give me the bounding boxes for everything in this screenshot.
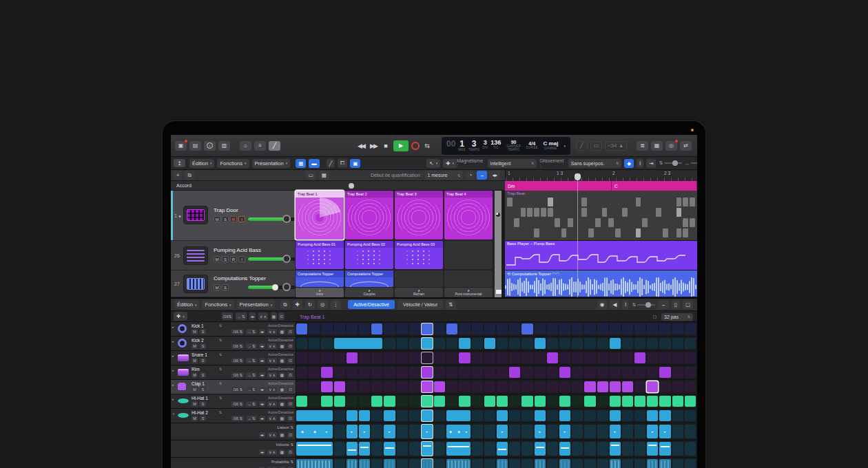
solo-button[interactable]: S — [200, 372, 206, 378]
lane-block[interactable]: ◆◆▸ — [446, 425, 470, 438]
solo-button[interactable]: S — [222, 256, 229, 262]
step-note[interactable] — [347, 352, 358, 363]
step-cell[interactable] — [672, 323, 683, 334]
step-cell[interactable] — [572, 442, 583, 456]
edit-button[interactable]: ⊡ — [287, 358, 293, 363]
quick-help-icon[interactable]: i — [204, 141, 216, 151]
solo-button[interactable]: S — [200, 358, 206, 363]
step-cell[interactable] — [472, 396, 483, 407]
rate-stepper[interactable]: /16 ⇅ — [231, 372, 244, 378]
row-header[interactable]: ▸Kick 2⇅Activé/DésactivéMS/16 ⇅→ ⇅◂▸∨ ∧▩… — [171, 337, 296, 350]
row-header[interactable]: ▸Rim⇅Activé/DésactivéMS/16 ⇅→ ⇅◂▸∨ ∧▩⊡ — [171, 365, 296, 379]
solo-button[interactable]: S — [200, 416, 206, 421]
step-note[interactable] — [647, 396, 658, 407]
step-note[interactable] — [446, 410, 470, 421]
step-cell[interactable] — [472, 338, 483, 349]
input-monitor-button[interactable]: I — [238, 216, 245, 222]
step-cell[interactable] — [409, 396, 420, 407]
step-cell[interactable] — [547, 323, 558, 334]
grid-cell-icon[interactable]: ▭ — [306, 171, 316, 180]
step-cell[interactable] — [334, 425, 345, 438]
step-note[interactable] — [535, 396, 546, 407]
pan-knob[interactable] — [282, 215, 291, 223]
step-cell[interactable] — [497, 338, 508, 349]
lane-header[interactable]: Vélocité ⇅◂▸∨ ∧▩⊡ — [171, 440, 296, 457]
step-cell[interactable] — [484, 459, 495, 468]
step-cell[interactable] — [572, 323, 583, 334]
lane-block[interactable]: ▸ — [497, 425, 508, 438]
step-cell[interactable] — [409, 323, 420, 334]
step-cell[interactable] — [659, 338, 670, 349]
step-note[interactable] — [584, 381, 595, 392]
loop-cell-trap-beat-2[interactable]: Trap Beat 2 — [345, 191, 393, 240]
menu-fonctions[interactable]: Fonctions▾ — [217, 159, 249, 168]
step-cell[interactable] — [446, 396, 457, 407]
step-note[interactable] — [321, 381, 332, 392]
step-note[interactable] — [634, 396, 645, 407]
mute-button[interactable]: M — [214, 256, 220, 262]
disclosure-icon[interactable]: ▸ — [179, 213, 181, 218]
step-cell[interactable] — [309, 338, 320, 349]
step-cell[interactable] — [309, 323, 320, 334]
step-note[interactable] — [484, 396, 495, 407]
edit-mode-button[interactable]: ⊡ — [278, 312, 285, 320]
step-cell[interactable] — [685, 410, 696, 421]
row-stepper-icon[interactable]: ⇅ — [219, 323, 222, 328]
pan-knob[interactable] — [282, 283, 291, 291]
step-cell[interactable] — [597, 352, 608, 363]
step-cell[interactable] — [547, 410, 558, 421]
expand-icon[interactable]: ▸ — [172, 368, 174, 372]
add-track-button[interactable]: + — [174, 171, 182, 180]
step-note[interactable] — [685, 396, 696, 407]
rate-stepper[interactable]: /16 ⇅ — [231, 358, 244, 363]
step-cell[interactable] — [296, 338, 307, 349]
step-cell[interactable] — [559, 352, 570, 363]
step-cell[interactable] — [409, 381, 420, 392]
lane-block[interactable] — [446, 459, 470, 468]
smart-controls-icon[interactable]: ≡ — [254, 141, 266, 151]
step-cell[interactable] — [371, 381, 382, 392]
step-note[interactable] — [422, 381, 433, 392]
rate-stepper[interactable]: /16 ⇅ — [231, 416, 244, 421]
step-cell[interactable] — [559, 381, 570, 392]
step-cell[interactable] — [384, 338, 395, 349]
collapse-icon[interactable]: ∨ — [172, 412, 175, 416]
step-cell[interactable] — [685, 459, 696, 468]
record-button[interactable] — [411, 142, 420, 150]
step-note[interactable] — [446, 323, 457, 334]
step-cell[interactable] — [597, 425, 608, 438]
seq-menu-edition[interactable]: Édition▾ — [174, 300, 199, 309]
step-cell[interactable] — [484, 352, 495, 363]
editors-icon[interactable]: ▥ — [218, 141, 230, 151]
marquee-icon[interactable]: ⧠ — [338, 159, 347, 168]
scene-couplet[interactable]: ∧Couplet — [345, 288, 393, 297]
step-cell[interactable] — [359, 381, 370, 392]
step-cell[interactable] — [359, 352, 370, 363]
step-cell[interactable] — [359, 323, 370, 334]
step-note[interactable] — [371, 323, 382, 334]
link-icon[interactable]: ↔ — [658, 300, 669, 309]
step-cell[interactable] — [547, 396, 558, 407]
step-note[interactable] — [647, 381, 658, 392]
step-note[interactable] — [422, 410, 433, 421]
step-cell[interactable] — [321, 338, 332, 349]
step-cell[interactable] — [547, 367, 558, 378]
rotate-stepper[interactable]: → ⇅ — [246, 416, 257, 421]
step-note[interactable] — [321, 367, 332, 378]
step-cell[interactable] — [572, 410, 583, 421]
scene-refrain[interactable]: ∧Refrain — [395, 288, 443, 297]
grid-button[interactable]: ▩ — [271, 312, 277, 320]
step-cell[interactable] — [672, 410, 683, 421]
step-cell[interactable] — [472, 367, 483, 378]
step-cell[interactable] — [634, 381, 645, 392]
step-cell[interactable] — [597, 323, 608, 334]
chord-region[interactable]: C — [612, 181, 697, 191]
grid-button[interactable]: ▩ — [279, 343, 285, 349]
row-header[interactable]: ∨Hi-Hat 2⇅Activé/DésactivéMS/16 ⇅→ ⇅◂▸∨ … — [171, 409, 296, 423]
loop-cell-trap-beat-1[interactable]: Trap Beat 1 — [296, 191, 344, 240]
region-computations-topper[interactable]: ⟲ Computations Topper ◠◠ — [505, 270, 697, 297]
step-cell[interactable] — [334, 323, 345, 334]
expand-icon[interactable]: ▸ — [172, 397, 174, 401]
catch-icon[interactable]: Ⅰ — [622, 300, 629, 309]
step-cell[interactable] — [572, 459, 583, 468]
